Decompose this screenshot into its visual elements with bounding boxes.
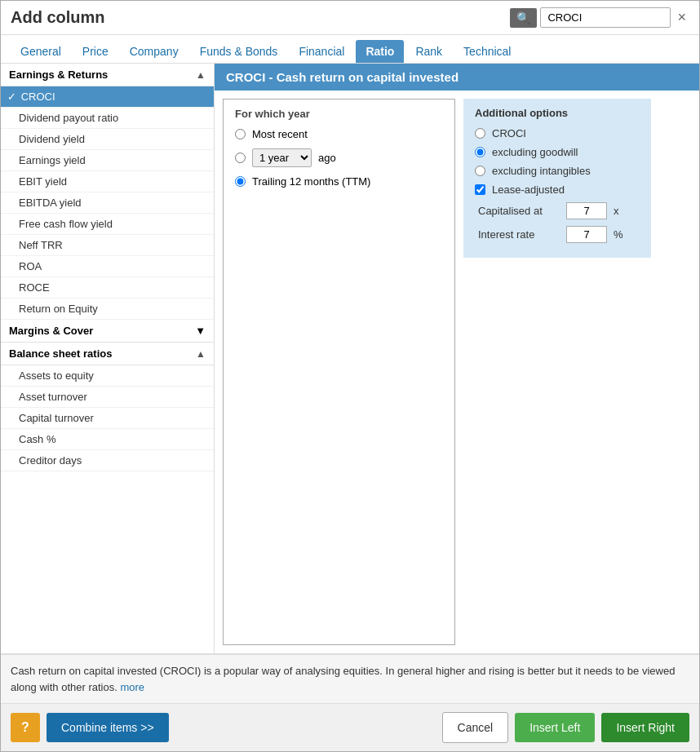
list-item-return-equity[interactable]: Return on Equity [1,299,214,320]
tabs-bar: General Price Company Funds & Bonds Fina… [1,35,699,64]
section-balance-sheet-arrow: ▲ [196,348,206,360]
radio-years-ago-row: 1 year 2 years 3 years 4 years 5 years a… [235,148,443,167]
year-box: For which year Most recent 1 year 2 year… [223,99,455,645]
combine-items-button[interactable]: Combine items >> [47,713,169,742]
radio-most-recent-label: Most recent [252,128,308,140]
list-item-croci[interactable]: CROCI [1,86,214,108]
list-item-earnings-yield[interactable]: Earnings yield [1,150,214,171]
radio-most-recent-row: Most recent [235,128,443,140]
left-panel: Earnings & Returns ▲ CROCI Dividend payo… [1,64,215,653]
additional-options-panel: Additional options CROCI excluding goodw… [463,99,651,258]
tab-price[interactable]: Price [73,40,118,63]
close-button[interactable]: × [674,9,689,26]
radio-ttm[interactable] [235,176,246,187]
interest-rate-label: Interest rate [478,228,560,241]
list-item-ebit-yield[interactable]: EBIT yield [1,171,214,192]
list-item-capital-turnover[interactable]: Capital turnover [1,408,214,429]
option-lease-adjusted-row: Lease-adjusted [475,184,640,196]
interest-rate-input[interactable] [566,226,607,243]
radio-years-ago[interactable] [235,153,246,163]
option-excl-intangibles-row: excluding intangibles [475,165,640,177]
radio-excl-intangibles[interactable] [475,166,485,176]
section-margins-cover-arrow: ▼ [195,325,206,337]
section-margins-cover[interactable]: Margins & Cover ▼ [1,320,214,343]
description-more-link[interactable]: more [120,681,144,693]
footer-left: ? Combine items >> [11,713,169,742]
section-margins-cover-label: Margins & Cover [9,325,93,337]
column-title-bar: CROCI - Cash return on capital invested [215,64,699,91]
checkbox-lease-adjusted[interactable] [475,184,485,195]
options-area: For which year Most recent 1 year 2 year… [215,91,699,653]
list-item-roa[interactable]: ROA [1,256,214,277]
search-icon-button[interactable]: 🔍 [510,8,537,28]
section-earnings-returns-arrow: ▲ [196,69,206,81]
list-item-ebitda-yield[interactable]: EBITDA yield [1,192,214,214]
list-item-assets-equity[interactable]: Assets to equity [1,365,214,387]
description-text: Cash return on capital invested (CROCI) … [11,665,675,693]
list-item-dividend-yield[interactable]: Dividend yield [1,129,214,150]
cancel-button[interactable]: Cancel [442,712,509,743]
search-input[interactable] [540,7,671,28]
tab-technical[interactable]: Technical [454,40,521,63]
section-earnings-returns[interactable]: Earnings & Returns ▲ [1,64,214,86]
radio-excl-goodwill[interactable] [475,147,485,157]
section-balance-sheet-label: Balance sheet ratios [9,347,112,360]
tab-general[interactable]: General [11,40,71,63]
option-excl-goodwill-row: excluding goodwill [475,146,640,158]
capitalised-at-row: Capitalised at x [475,202,640,219]
section-balance-sheet[interactable]: Balance sheet ratios ▲ [1,343,214,365]
tab-financial[interactable]: Financial [289,40,354,63]
capitalised-at-label: Capitalised at [478,205,560,217]
tab-funds-bonds[interactable]: Funds & Bonds [190,40,288,63]
interest-rate-unit: % [614,228,623,241]
option-croci-row: CROCI [475,127,640,139]
radio-ttm-row: Trailing 12 months (TTM) [235,175,443,188]
radio-croci-option-label: CROCI [492,127,526,139]
tab-rank[interactable]: Rank [405,40,452,63]
insert-right-button[interactable]: Insert Right [601,713,689,742]
footer: ? Combine items >> Cancel Insert Left In… [1,703,699,751]
add-column-dialog: Add column 🔍 × General Price Company Fun… [0,0,700,752]
list-item-asset-turnover[interactable]: Asset turnover [1,387,214,408]
radio-most-recent[interactable] [235,129,246,139]
tab-ratio[interactable]: Ratio [356,40,404,63]
section-earnings-returns-label: Earnings & Returns [9,69,108,81]
year-select[interactable]: 1 year 2 years 3 years 4 years 5 years [252,148,312,167]
footer-right: Cancel Insert Left Insert Right [442,712,689,743]
list-item-roce[interactable]: ROCE [1,277,214,299]
help-button[interactable]: ? [11,713,40,742]
right-panel: CROCI - Cash return on capital invested … [215,64,699,653]
description-area: Cash return on capital invested (CROCI) … [1,654,699,703]
dialog-title: Add column [11,8,105,27]
list-item-fcf-yield[interactable]: Free cash flow yield [1,214,214,235]
radio-years-ago-label: ago [318,152,336,164]
main-content: Earnings & Returns ▲ CROCI Dividend payo… [1,64,699,654]
additional-options-title: Additional options [475,107,640,119]
list-item-dividend-payout[interactable]: Dividend payout ratio [1,108,214,129]
search-area: 🔍 × [510,7,689,28]
year-box-title: For which year [235,108,443,120]
list-item-neff-trr[interactable]: Neff TRR [1,235,214,256]
radio-ttm-label: Trailing 12 months (TTM) [252,175,370,188]
dialog-header: Add column 🔍 × [1,1,699,35]
capitalised-at-input[interactable] [566,202,607,219]
list-item-cash-pct[interactable]: Cash % [1,429,214,450]
tab-company[interactable]: Company [120,40,188,63]
radio-excl-intangibles-label: excluding intangibles [492,165,591,177]
list-item-creditor-days[interactable]: Creditor days [1,450,214,471]
interest-rate-row: Interest rate % [475,226,640,243]
radio-croci-option[interactable] [475,128,485,139]
insert-left-button[interactable]: Insert Left [515,713,595,742]
radio-excl-goodwill-label: excluding goodwill [492,146,578,158]
checkbox-lease-adjusted-label: Lease-adjusted [492,184,565,196]
capitalised-at-unit: x [614,205,619,217]
